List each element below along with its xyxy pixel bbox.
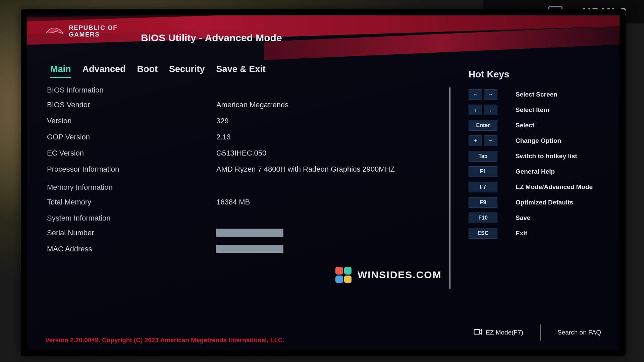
hotkey-f1: F1 General Help [469, 166, 601, 177]
key-f9[interactable]: F9 [469, 197, 497, 208]
hotkeys-panel: Hot Keys ← → Select Screen ↑ ↓ Select It… [469, 69, 601, 243]
hotkey-label: Switch to hotkey list [516, 153, 577, 160]
key-f1[interactable]: F1 [469, 166, 497, 177]
row-version: Version 329 [47, 117, 443, 125]
label-processor: Processor Information [47, 165, 216, 174]
tab-main[interactable]: Main [50, 64, 71, 78]
hotkey-f7: F7 EZ Mode/Advanced Mode [469, 182, 601, 192]
key-left-icon[interactable]: ← [469, 89, 482, 100]
svg-rect-0 [474, 329, 480, 334]
hotkey-f9: F9 Optimized Defaults [469, 197, 601, 208]
label-total-memory: Total Memory [47, 198, 216, 206]
footer-divider [540, 324, 541, 341]
hotkey-label: Select [516, 122, 534, 129]
key-f10[interactable]: F10 [469, 213, 497, 223]
section-system-info: System Information [47, 214, 443, 223]
header-decor [27, 15, 620, 62]
search-faq-button[interactable]: Search on FAQ [557, 329, 601, 336]
hotkey-f10: F10 Save [469, 213, 601, 223]
row-processor: Processor Information AMD Ryzen 7 4800H … [47, 165, 443, 174]
value-ec-version: G513IHEC.050 [216, 149, 266, 158]
hotkey-esc: ESC Exit [469, 228, 601, 239]
key-tab[interactable]: Tab [469, 151, 497, 162]
row-gop-version: GOP Version 2.13 [47, 133, 443, 141]
brand-text: REPUBLIC OF GAMERS [69, 24, 117, 38]
key-minus-icon[interactable]: − [484, 135, 497, 146]
tab-boot[interactable]: Boot [137, 64, 158, 78]
brand-line1: REPUBLIC OF [69, 24, 117, 31]
hotkey-label: General Help [516, 168, 555, 175]
key-enter[interactable]: Enter [469, 120, 497, 131]
label-ec-version: EC Version [47, 149, 216, 158]
hotkeys-heading: Hot Keys [469, 69, 601, 80]
value-version: 329 [216, 117, 229, 125]
row-mac-address: MAC Address [47, 245, 443, 253]
hotkey-label: Optimized Defaults [516, 199, 573, 206]
rog-logo-icon [45, 24, 64, 38]
hotkey-label: Save [516, 214, 530, 222]
row-serial-number: Serial Number [47, 229, 443, 237]
value-gop-version: 2.13 [216, 133, 231, 141]
hotkey-tab: Tab Switch to hotkey list [469, 151, 601, 162]
bios-screen: REPUBLIC OF GAMERS BIOS Utility - Advanc… [27, 15, 620, 350]
watermark-logo-icon [335, 267, 352, 283]
key-down-icon[interactable]: ↓ [484, 105, 497, 115]
key-right-icon[interactable]: → [484, 89, 497, 100]
section-memory-info: Memory Information [47, 183, 443, 192]
key-up-icon[interactable]: ↑ [469, 105, 482, 115]
footer-copyright: Version 2.20.0049. Copyright (C) 2023 Am… [45, 337, 284, 344]
value-total-memory: 16384 MB [216, 198, 250, 206]
label-mac-address: MAC Address [47, 245, 216, 253]
hotkey-select-screen: ← → Select Screen [469, 89, 601, 100]
ez-mode-button[interactable]: EZ Mode(F7) [473, 327, 523, 338]
row-ec-version: EC Version G513IHEC.050 [47, 149, 443, 158]
tab-advanced[interactable]: Advanced [83, 64, 126, 78]
hotkey-label: Select Screen [516, 91, 557, 98]
label-gop-version: GOP Version [47, 133, 216, 141]
hotkey-label: Change Option [516, 137, 561, 144]
monitor-bezel: REPUBLIC OF GAMERS BIOS Utility - Advanc… [21, 9, 626, 356]
watermark-text: WINSIDES.COM [358, 269, 442, 281]
ez-mode-icon [473, 327, 482, 338]
hotkey-select-item: ↑ ↓ Select Item [469, 105, 601, 115]
section-bios-info: BIOS Information [47, 86, 443, 95]
value-bios-vendor: American Megatrends [216, 101, 288, 109]
key-f7[interactable]: F7 [469, 182, 497, 192]
hotkey-change-option: + − Change Option [469, 135, 601, 146]
tab-security[interactable]: Security [169, 64, 205, 78]
vertical-divider [449, 87, 450, 289]
key-plus-icon[interactable]: + [469, 135, 482, 146]
page-title: BIOS Utility - Advanced Mode [141, 32, 282, 44]
footer-actions: EZ Mode(F7) Search on FAQ [473, 324, 601, 341]
label-serial-number: Serial Number [47, 229, 216, 237]
label-version: Version [47, 117, 216, 125]
watermark: WINSIDES.COM [335, 267, 442, 283]
hotkey-label: EZ Mode/Advanced Mode [516, 183, 593, 191]
row-total-memory: Total Memory 16384 MB [47, 198, 443, 206]
hotkey-select: Enter Select [469, 120, 601, 131]
brand-line2: GAMERS [69, 31, 117, 38]
hotkey-label: Select Item [516, 106, 549, 114]
value-serial-number-redacted [216, 229, 283, 237]
row-bios-vendor: BIOS Vendor American Megatrends [47, 101, 443, 109]
ez-mode-label: EZ Mode(F7) [486, 329, 523, 336]
value-processor: AMD Ryzen 7 4800H with Radeon Graphics 2… [216, 165, 395, 174]
brand-logo-area: REPUBLIC OF GAMERS [45, 24, 117, 38]
value-mac-address-redacted [216, 245, 283, 253]
main-content: BIOS Information BIOS Vendor American Me… [47, 86, 443, 261]
label-bios-vendor: BIOS Vendor [47, 101, 216, 109]
key-esc[interactable]: ESC [469, 228, 497, 239]
tab-save-exit[interactable]: Save & Exit [216, 64, 266, 78]
hotkey-label: Exit [516, 230, 527, 237]
tab-bar: Main Advanced Boot Security Save & Exit [50, 64, 266, 78]
